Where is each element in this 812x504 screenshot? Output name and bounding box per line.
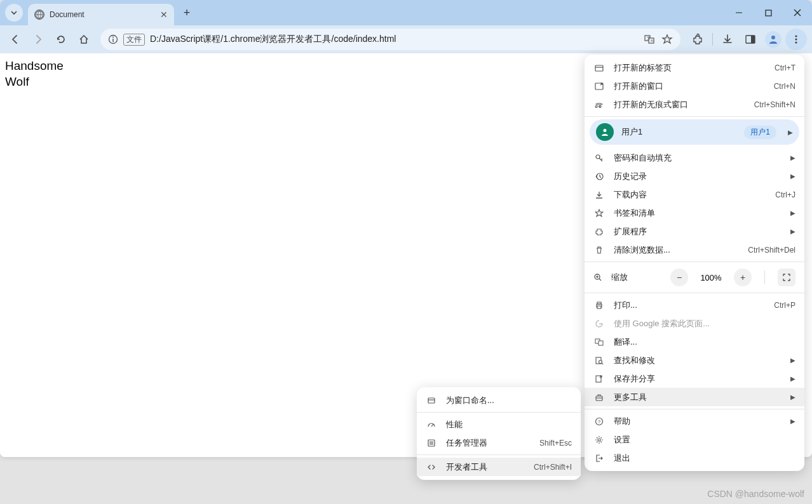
tab-title: Document (50, 10, 155, 19)
menu-clear-data[interactable]: 清除浏览数据... Ctrl+Shift+Del (585, 241, 804, 259)
zoom-in-button[interactable]: + (734, 269, 752, 286)
reload-button[interactable] (51, 29, 71, 50)
trash-icon (593, 246, 605, 255)
menu-find-edit[interactable]: 查找和修改 ▶ (585, 351, 804, 369)
svg-point-14 (771, 36, 775, 39)
extensions-icon[interactable] (687, 29, 708, 50)
menu-extensions[interactable]: 扩展程序 ▶ (585, 222, 804, 241)
svg-text:A: A (651, 39, 653, 43)
history-icon (593, 172, 605, 181)
star-icon (593, 209, 605, 218)
submenu-name-window[interactable]: 为窗口命名... (417, 391, 581, 409)
menu-bookmarks[interactable]: 书签和清单 ▶ (585, 204, 804, 222)
bookmark-star-icon[interactable] (661, 34, 673, 45)
titlebar: Document ✕ + (0, 0, 812, 25)
menu-help[interactable]: ? 帮助 ▶ (585, 412, 804, 430)
zoom-icon (593, 273, 602, 282)
translate-icon[interactable]: 文A (644, 34, 655, 45)
print-icon (593, 301, 605, 310)
svg-point-15 (795, 35, 797, 37)
info-icon[interactable] (108, 34, 118, 44)
browser-tab[interactable]: Document ✕ (28, 4, 174, 25)
svg-line-44 (431, 424, 433, 427)
back-button[interactable] (5, 29, 25, 50)
menu-settings[interactable]: 设置 (585, 430, 804, 449)
submenu-task-manager[interactable]: 任务管理器 Shift+Esc (417, 434, 581, 452)
window-icon (593, 82, 605, 91)
toolbar: 文件 D:/JavaScript课程/1.chrome浏览器开发者工具/code… (0, 25, 812, 53)
menu-user-row[interactable]: 用户1 用户1 ▶ (590, 119, 799, 145)
chevron-down-icon (10, 9, 18, 17)
home-button[interactable] (74, 29, 94, 50)
window-icon (426, 396, 437, 405)
menu-print[interactable]: 打印... Ctrl+P (585, 296, 804, 314)
menu-google-search[interactable]: 使用 Google 搜索此页面... (585, 314, 804, 333)
submenu-performance[interactable]: 性能 (417, 415, 581, 434)
window-controls (724, 0, 812, 25)
svg-rect-13 (751, 36, 755, 43)
fullscreen-button[interactable] (778, 269, 795, 286)
zoom-divider (764, 270, 765, 284)
user-badge: 用户1 (744, 126, 776, 139)
chevron-right-icon: ▶ (790, 375, 795, 382)
menu-history[interactable]: 历史记录 ▶ (585, 167, 804, 185)
svg-point-34 (599, 360, 602, 363)
svg-rect-32 (599, 341, 603, 345)
minimize-button[interactable] (724, 0, 754, 25)
menu-separator (417, 412, 581, 413)
svg-line-25 (599, 279, 601, 281)
menu-button[interactable] (785, 29, 807, 50)
chevron-right-icon: ▶ (790, 394, 795, 401)
side-panel-icon[interactable] (740, 29, 761, 50)
key-icon (593, 154, 605, 162)
chevron-right-icon: ▶ (790, 173, 795, 180)
new-tab-button[interactable]: + (178, 4, 196, 22)
menu-new-tab[interactable]: 打开新的标签页 Ctrl+T (585, 58, 804, 77)
watermark: CSDN @handsome-wolf (707, 489, 804, 499)
svg-rect-18 (595, 65, 603, 71)
svg-point-21 (604, 129, 607, 132)
find-icon (593, 356, 605, 365)
submenu-dev-tools[interactable]: 开发者工具 Ctrl+Shift+I (417, 458, 581, 476)
tab-search-button[interactable] (5, 4, 23, 22)
forward-button[interactable] (28, 29, 48, 50)
share-icon (593, 375, 605, 383)
incognito-icon (593, 100, 605, 109)
svg-rect-30 (597, 306, 601, 308)
profile-button[interactable] (762, 29, 784, 50)
chevron-right-icon: ▶ (790, 154, 795, 161)
menu-more-tools[interactable]: 更多工具 ▶ (585, 388, 804, 406)
svg-rect-42 (428, 398, 435, 403)
chevron-right-icon: ▶ (788, 129, 793, 136)
menu-incognito[interactable]: 打开新的无痕式窗口 Ctrl+Shift+N (585, 95, 804, 114)
downloads-icon[interactable] (717, 29, 738, 50)
chevron-right-icon: ▶ (790, 209, 795, 216)
menu-separator (585, 409, 804, 409)
maximize-button[interactable] (754, 0, 783, 25)
download-icon (593, 190, 605, 199)
menu-save-share[interactable]: 保存并分享 ▶ (585, 369, 804, 388)
svg-point-7 (112, 37, 114, 38)
menu-translate[interactable]: 翻译... (585, 333, 804, 351)
close-icon[interactable]: ✕ (160, 10, 168, 20)
code-icon (426, 463, 437, 472)
close-window-button[interactable] (783, 0, 812, 25)
menu-separator (585, 262, 804, 262)
tab-icon (593, 63, 605, 72)
menu-separator (417, 454, 581, 455)
performance-icon (426, 420, 437, 429)
menu-exit[interactable]: 退出 (585, 449, 804, 467)
zoom-out-button[interactable]: − (670, 269, 688, 286)
menu-passwords[interactable]: 密码和自动填充 ▶ (585, 149, 804, 167)
user-avatar-icon (596, 123, 614, 141)
menu-zoom-row: 缩放 − 100% + (585, 265, 804, 290)
svg-point-17 (795, 41, 797, 43)
menu-new-window[interactable]: 打开新的窗口 Ctrl+N (585, 77, 804, 95)
menu-downloads[interactable]: 下载内容 Ctrl+J (585, 185, 804, 204)
exit-icon (593, 454, 605, 463)
svg-line-35 (602, 363, 603, 364)
address-bar[interactable]: 文件 D:/JavaScript课程/1.chrome浏览器开发者工具/code… (100, 29, 680, 50)
toolbox-icon (593, 393, 605, 402)
menu-separator (585, 116, 804, 117)
url-text: D:/JavaScript课程/1.chrome浏览器开发者工具/code/in… (150, 34, 639, 45)
